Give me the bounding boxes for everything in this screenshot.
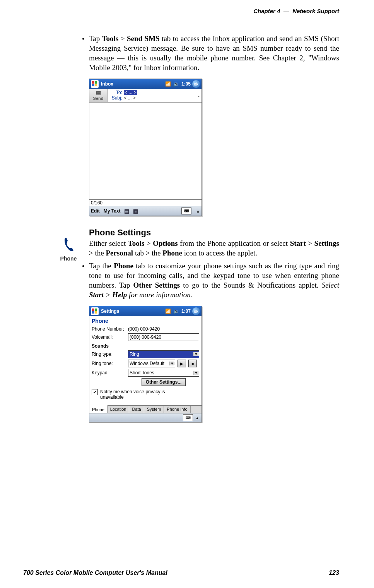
char-counter: 0/160 bbox=[89, 199, 202, 206]
ringtone-label: Ring tone: bbox=[92, 361, 126, 366]
to-label: To: bbox=[109, 90, 122, 95]
tab-phoneinfo[interactable]: Phone Info bbox=[164, 406, 190, 413]
speaker-icon: 🔉 bbox=[173, 81, 179, 87]
chapter-title: Network Support bbox=[292, 8, 339, 14]
up-arrow-icon[interactable]: ▲ bbox=[196, 209, 200, 213]
start-icon[interactable] bbox=[91, 307, 99, 315]
stop-button[interactable]: ■ bbox=[188, 360, 197, 367]
footer-left: 700 Series Color Mobile Computer User's … bbox=[23, 569, 167, 576]
toolbar-icon-1[interactable]: ▤ bbox=[124, 208, 129, 214]
bullet-item: • Tap Tools > Send SMS tab to access the… bbox=[82, 34, 339, 72]
phone-icon-label: Phone bbox=[58, 255, 79, 262]
phone-number-value: (000) 000-9420 bbox=[128, 326, 160, 332]
tab-system[interactable]: System bbox=[144, 406, 164, 413]
page-footer: 700 Series Color Mobile Computer User's … bbox=[23, 569, 339, 576]
running-header: Chapter 4 — Network Support bbox=[23, 8, 339, 14]
paragraph: Tap the Phone tab to customize your phon… bbox=[89, 261, 339, 300]
keyboard-icon[interactable]: ⌨ bbox=[183, 414, 193, 421]
clock: 1:05 bbox=[181, 81, 191, 87]
toolbar-icon-2[interactable]: ▦ bbox=[133, 208, 138, 214]
subject-field[interactable]: < ... > bbox=[124, 95, 136, 101]
up-arrow-icon[interactable]: ▲ bbox=[195, 416, 199, 420]
tab-data[interactable]: Data bbox=[129, 406, 144, 413]
tab-phone[interactable]: Phone bbox=[89, 405, 108, 413]
notify-label: Notify me when voice privacy is unavaila… bbox=[100, 389, 178, 400]
ok-button[interactable]: ok bbox=[192, 80, 200, 88]
ok-button[interactable]: ok bbox=[192, 307, 200, 315]
chevron-down-icon: ▼ bbox=[193, 371, 199, 375]
settings-screenshot: Settings 📶 🔉 1:07 ok Phone Phone Number:… bbox=[89, 306, 339, 422]
svg-rect-2 bbox=[92, 84, 94, 86]
menu-bar: Edit My Text ▤ ▦ ⌨ ▲ bbox=[89, 206, 202, 216]
svg-rect-4 bbox=[92, 309, 94, 311]
section-heading: Phone Settings bbox=[89, 228, 339, 238]
wm-window: Inbox 📶 🔉 1:05 ok ✉ Send To: bbox=[89, 79, 202, 216]
signal-icon: 📶 bbox=[165, 81, 171, 87]
keypad-label: Keypad: bbox=[92, 370, 126, 375]
voicemail-input[interactable]: (000) 000-9420 bbox=[128, 333, 199, 341]
wm-window: Settings 📶 🔉 1:07 ok Phone Phone Number:… bbox=[89, 306, 202, 422]
svg-rect-6 bbox=[92, 311, 94, 314]
tab-location[interactable]: Location bbox=[108, 406, 130, 413]
svg-rect-1 bbox=[95, 81, 97, 84]
bullet-icon: • bbox=[82, 261, 89, 300]
clock: 1:07 bbox=[181, 309, 191, 314]
phone-number-label: Phone Number: bbox=[92, 326, 126, 332]
chevron-down-icon[interactable]: ˇ bbox=[196, 89, 202, 102]
other-settings-button[interactable]: Other Settings... bbox=[142, 378, 186, 386]
svg-rect-0 bbox=[92, 81, 94, 84]
envelope-icon: ✉ bbox=[89, 91, 107, 96]
ringtone-select[interactable]: Windows Default ▼ bbox=[128, 360, 175, 367]
phone-applet-icon: Phone bbox=[58, 237, 79, 262]
keyboard-icon[interactable]: ⌨ bbox=[181, 207, 191, 214]
window-title: Inbox bbox=[101, 81, 165, 87]
settings-section-label: Phone bbox=[89, 316, 202, 325]
bottom-bar: ⌨ ▲ bbox=[89, 413, 202, 422]
speaker-icon: 🔉 bbox=[173, 309, 179, 314]
header-separator: — bbox=[283, 8, 289, 14]
menu-mytext[interactable]: My Text bbox=[104, 208, 121, 214]
svg-rect-5 bbox=[95, 309, 97, 311]
chapter-number: 4 bbox=[277, 8, 280, 14]
sounds-heading: Sounds bbox=[92, 343, 199, 349]
titlebar: Inbox 📶 🔉 1:05 ok bbox=[89, 79, 202, 89]
ringtype-select[interactable]: Ring ▼ bbox=[128, 350, 199, 358]
bullet-item: • Tap the Phone tab to customize your ph… bbox=[82, 261, 339, 300]
keypad-select[interactable]: Short Tones ▼ bbox=[128, 369, 199, 377]
status-area: 📶 🔉 1:07 bbox=[165, 309, 191, 314]
start-icon[interactable] bbox=[91, 80, 99, 88]
chevron-down-icon: ▼ bbox=[169, 362, 175, 365]
ringtype-label: Ring type: bbox=[92, 351, 126, 357]
bullet-icon: • bbox=[82, 34, 89, 72]
status-area: 📶 🔉 1:05 bbox=[165, 81, 191, 87]
menu-edit[interactable]: Edit bbox=[91, 208, 100, 214]
settings-form: Phone Number: (000) 000-9420 Voicemail: … bbox=[89, 326, 202, 405]
page: Chapter 4 — Network Support • Tap Tools … bbox=[0, 0, 374, 588]
window-title: Settings bbox=[101, 309, 165, 314]
inbox-screenshot: Inbox 📶 🔉 1:05 ok ✉ Send To: bbox=[89, 79, 339, 216]
chapter-label: Chapter bbox=[253, 8, 275, 14]
play-button[interactable]: ▶ bbox=[178, 360, 186, 367]
notify-checkbox-row: ✔ Notify me when voice privacy is unavai… bbox=[92, 389, 199, 400]
tab-bar: Phone Location Data System Phone Info bbox=[89, 405, 202, 413]
message-body[interactable] bbox=[89, 103, 202, 199]
compose-header: ✉ Send To: < ... > Subj: < ... > ˇ bbox=[89, 89, 202, 103]
paragraph: Either select Tools > Options from the P… bbox=[89, 238, 339, 258]
svg-rect-7 bbox=[95, 311, 97, 314]
notify-checkbox[interactable]: ✔ bbox=[92, 389, 98, 395]
footer-right: 123 bbox=[329, 569, 339, 576]
signal-icon: 📶 bbox=[165, 309, 171, 314]
titlebar: Settings 📶 🔉 1:07 ok bbox=[89, 306, 202, 316]
chevron-down-icon: ▼ bbox=[193, 352, 199, 356]
phone-icon bbox=[58, 237, 79, 255]
send-button[interactable]: ✉ Send bbox=[89, 89, 108, 102]
subject-label: Subj: bbox=[109, 95, 122, 101]
paragraph: Tap Tools > Send SMS tab to access the I… bbox=[89, 34, 339, 72]
to-field[interactable]: < ... > bbox=[124, 90, 137, 95]
svg-rect-3 bbox=[95, 84, 97, 86]
header-fields: To: < ... > Subj: < ... > bbox=[108, 89, 196, 102]
voicemail-label: Voicemail: bbox=[92, 334, 126, 340]
